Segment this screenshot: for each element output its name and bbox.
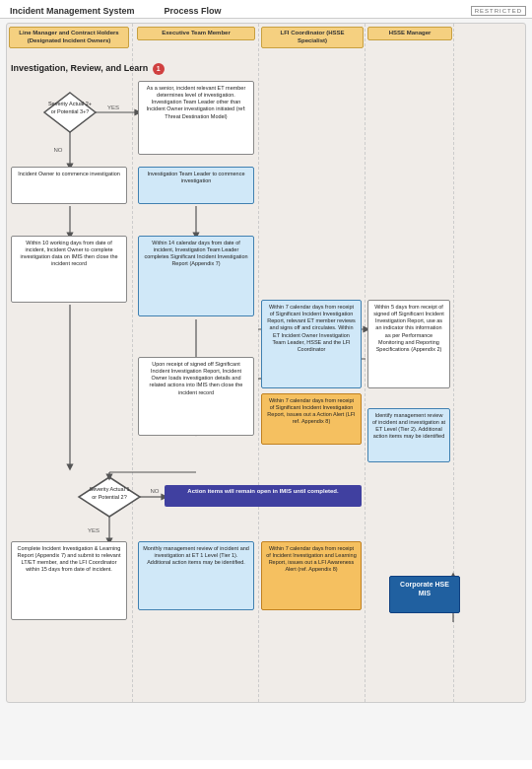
- col-header-3: LFI Coordinator (HSSE Specialist): [261, 27, 364, 48]
- box-mgmt-review-tier2: Identify management review of incident a…: [367, 408, 450, 462]
- main-content: Line Manager and Contract Holders (Desig…: [0, 19, 532, 760]
- page-subtitle: Process Flow: [165, 6, 222, 16]
- box-et-investigation: As a senior, incident relevant ET member…: [138, 81, 254, 155]
- col-header-2: Executive Team Member: [137, 27, 255, 40]
- page-header: Incident Management System Process Flow: [0, 0, 532, 19]
- box-complete-report: Complete Incident Investigation & Learni…: [11, 541, 127, 620]
- col-header-1: Line Manager and Contract Holders (Desig…: [9, 27, 129, 48]
- box-lfi-action-alert: Within 7 calendar days from receipt of S…: [261, 393, 362, 445]
- section-title: Investigation, Review, and Learn 1: [11, 63, 165, 75]
- action-banner: Action items will remain open in IMIS un…: [165, 485, 362, 507]
- box-signed-off-owner: Upon receipt of signed off Significant I…: [138, 357, 254, 436]
- restricted-badge: RESTRICTED: [471, 6, 526, 16]
- box-lfi-awareness: Within 7 calendar days from receipt of I…: [261, 541, 362, 610]
- box-corporate-hse-mis: Corporate HSE MIS: [389, 576, 460, 613]
- box-monthly-review: Monthly management review of incident an…: [138, 541, 254, 610]
- box-7-days-et: Within 7 calendar days from receipt of S…: [261, 300, 362, 388]
- box-incident-owner-commence: Incident Owner to commence investigation: [11, 167, 127, 204]
- box-5-days-hsse: Within 5 days from receipt of signed off…: [367, 300, 450, 388]
- box-14-days: Within 14 calendar days from date of inc…: [138, 236, 254, 316]
- box-itl-commence: Investigation Team Leader to commence in…: [138, 167, 254, 204]
- flow-diagram: Line Manager and Contract Holders (Desig…: [6, 23, 526, 703]
- col-header-4: HSSE Manager: [367, 27, 452, 40]
- system-title: Incident Management System: [10, 6, 135, 16]
- box-10-days: Within 10 working days from date of inci…: [11, 236, 127, 303]
